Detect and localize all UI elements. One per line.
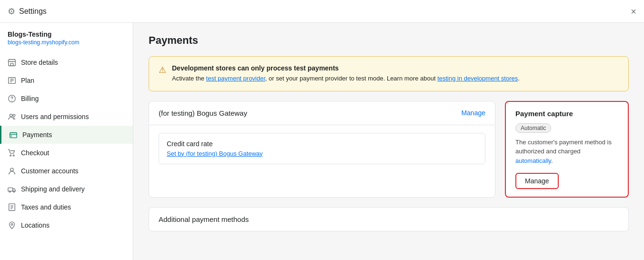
svg-point-15 — [13, 155, 14, 156]
title-bar-left: ⚙ Settings — [8, 6, 47, 17]
sidebar-item-customer-accounts[interactable]: Customer accounts — [0, 162, 133, 180]
credit-card-link[interactable]: Set by (for testing) Bogus Gateway — [167, 150, 263, 157]
svg-rect-1 — [10, 63, 13, 66]
sidebar-item-label: Shipping and delivery — [21, 185, 85, 193]
alert-text: Development stores can only process test… — [172, 64, 619, 83]
settings-window: ⚙ Settings × Blogs-Testing blogs-testing… — [0, 0, 644, 260]
additional-payment-title: Additional payment methods — [159, 215, 249, 223]
sidebar-item-plan[interactable]: Plan — [0, 71, 133, 90]
gateway-card-title: (for testing) Bogus Gateway — [159, 109, 247, 117]
svg-point-9 — [10, 114, 12, 117]
content-area: Payments ⚠ Development stores can only p… — [133, 23, 644, 260]
customer-accounts-icon — [8, 167, 16, 175]
cards-row: (for testing) Bogus Gateway Manage Credi… — [149, 101, 629, 198]
users-icon — [8, 112, 16, 121]
additional-payment-card: Additional payment methods — [149, 207, 629, 231]
locations-icon — [8, 221, 16, 230]
gateway-card-body: Credit card rate Set by (for testing) Bo… — [149, 125, 495, 172]
svg-point-18 — [9, 191, 10, 192]
sidebar-item-payments[interactable]: Payments — [0, 126, 133, 144]
sidebar: Blogs-Testing blogs-testing.myshopify.co… — [0, 23, 133, 260]
svg-point-10 — [13, 114, 15, 117]
billing-icon — [8, 94, 16, 103]
desc-suffix: . — [551, 157, 553, 164]
payment-capture-title: Payment capture — [515, 110, 618, 118]
gear-icon: ⚙ — [8, 6, 15, 17]
gateway-card: (for testing) Bogus Gateway Manage Credi… — [149, 101, 495, 198]
taxes-icon — [8, 203, 16, 211]
sidebar-item-label: Users and permissions — [21, 113, 89, 120]
sidebar-item-users-permissions[interactable]: Users and permissions — [0, 108, 133, 126]
svg-point-24 — [11, 223, 13, 225]
shipping-icon — [8, 185, 16, 193]
test-payment-provider-link[interactable]: test payment provider — [206, 75, 265, 82]
sidebar-item-label: Plan — [21, 77, 34, 84]
sidebar-item-label: Taxes and duties — [21, 203, 71, 211]
sidebar-item-store-details[interactable]: Store details — [0, 53, 133, 71]
window-title: Settings — [19, 7, 47, 16]
sidebar-item-shipping-delivery[interactable]: Shipping and delivery — [0, 180, 133, 198]
alert-body-middle: , or set your payment provider to test m… — [265, 75, 437, 82]
main-content: Blogs-Testing blogs-testing.myshopify.co… — [0, 23, 644, 260]
gateway-manage-link[interactable]: Manage — [461, 109, 485, 117]
store-url[interactable]: blogs-testing.myshopify.com — [0, 39, 133, 53]
plan-icon — [8, 76, 16, 85]
svg-point-14 — [10, 155, 11, 156]
gateway-card-header: (for testing) Bogus Gateway Manage — [149, 101, 495, 125]
store-icon — [8, 58, 16, 67]
sidebar-item-label: Billing — [21, 95, 39, 102]
credit-card-label: Credit card rate — [167, 140, 477, 148]
payment-capture-desc: The customer's payment method is authori… — [515, 138, 618, 166]
sidebar-item-label: Store details — [21, 59, 58, 66]
svg-rect-17 — [8, 188, 13, 191]
alert-body: Activate the test payment provider, or s… — [172, 74, 619, 83]
sidebar-item-label: Locations — [21, 221, 50, 229]
sidebar-item-billing[interactable]: Billing — [0, 90, 133, 108]
automatic-badge: Automatic — [515, 123, 551, 133]
payment-capture-manage-button[interactable]: Manage — [515, 173, 559, 189]
sidebar-item-label: Customer accounts — [21, 167, 79, 175]
alert-title: Development stores can only process test… — [172, 64, 619, 72]
alert-banner: ⚠ Development stores can only process te… — [149, 56, 629, 91]
testing-dev-stores-link[interactable]: testing in development stores — [437, 75, 518, 82]
close-button[interactable]: × — [631, 7, 636, 16]
title-bar: ⚙ Settings × — [0, 0, 644, 23]
payment-capture-card: Payment capture Automatic The customer's… — [505, 101, 629, 198]
store-name: Blogs-Testing — [0, 30, 133, 39]
page-title: Payments — [149, 34, 629, 47]
sidebar-item-locations[interactable]: Locations — [0, 216, 133, 234]
desc-prefix: The customer's payment method is authori… — [515, 139, 612, 155]
svg-point-19 — [13, 191, 15, 192]
payments-icon — [9, 130, 18, 139]
credit-card-box: Credit card rate Set by (for testing) Bo… — [159, 133, 485, 164]
automatically-link[interactable]: automatically — [515, 157, 551, 164]
alert-body-prefix: Activate the — [172, 75, 206, 82]
svg-rect-13 — [11, 136, 12, 137]
alert-body-suffix: . — [518, 75, 520, 82]
svg-point-16 — [10, 168, 13, 171]
sidebar-item-label: Payments — [22, 131, 52, 139]
svg-rect-0 — [9, 61, 15, 66]
sidebar-item-checkout[interactable]: Checkout — [0, 144, 133, 162]
sidebar-item-label: Checkout — [21, 149, 49, 157]
svg-rect-11 — [10, 133, 17, 138]
checkout-icon — [8, 149, 16, 157]
warning-icon: ⚠ — [159, 65, 166, 83]
sidebar-item-taxes-duties[interactable]: Taxes and duties — [0, 198, 133, 216]
